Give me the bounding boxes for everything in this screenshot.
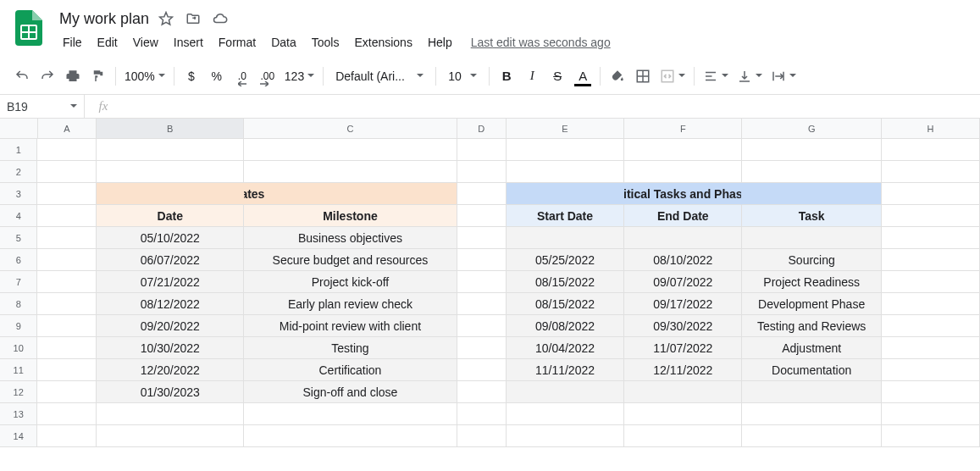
cell[interactable]: [37, 227, 97, 249]
menu-help[interactable]: Help: [421, 32, 459, 53]
cell[interactable]: Documentation: [742, 359, 881, 381]
cell[interactable]: [457, 425, 507, 447]
cell[interactable]: 08/10/2022: [624, 249, 742, 271]
cell[interactable]: [97, 425, 244, 447]
cell[interactable]: 09/17/2022: [624, 293, 742, 315]
cell[interactable]: [507, 381, 624, 403]
cell[interactable]: [882, 227, 980, 249]
decrease-decimal-button[interactable]: .0: [230, 64, 254, 88]
menu-insert[interactable]: Insert: [167, 32, 210, 53]
cell[interactable]: [457, 227, 507, 249]
cell[interactable]: Mid-point review with client: [244, 315, 457, 337]
cell[interactable]: 11/07/2022: [624, 337, 742, 359]
col-header-D[interactable]: D: [457, 119, 507, 138]
cell[interactable]: [244, 161, 457, 183]
cell[interactable]: 11/11/2022: [507, 359, 624, 381]
vertical-align-dropdown[interactable]: [734, 64, 766, 88]
cell[interactable]: [624, 425, 742, 447]
cell[interactable]: [742, 161, 881, 183]
font-size-dropdown[interactable]: 10: [441, 64, 484, 88]
cell[interactable]: [742, 425, 881, 447]
cell[interactable]: [624, 227, 742, 249]
cell[interactable]: [882, 249, 980, 271]
cell[interactable]: 06/07/2022: [97, 249, 244, 271]
cell[interactable]: Business objectives: [244, 227, 457, 249]
cell[interactable]: [37, 337, 97, 359]
cell[interactable]: [97, 183, 244, 205]
cell[interactable]: [624, 139, 742, 161]
cell[interactable]: Project Readiness: [742, 271, 881, 293]
cell[interactable]: [742, 381, 881, 403]
cell[interactable]: [37, 403, 97, 425]
cell[interactable]: 08/15/2022: [507, 293, 624, 315]
cell[interactable]: [457, 381, 507, 403]
cell[interactable]: 09/07/2022: [624, 271, 742, 293]
cell[interactable]: [457, 271, 507, 293]
cell[interactable]: [457, 183, 507, 205]
col-header-G[interactable]: G: [742, 119, 881, 138]
cell[interactable]: 09/20/2022: [97, 315, 244, 337]
document-title[interactable]: My work plan: [56, 10, 149, 28]
cell[interactable]: [37, 293, 97, 315]
cell[interactable]: [624, 161, 742, 183]
cell[interactable]: Certification: [244, 359, 457, 381]
cell[interactable]: [244, 403, 457, 425]
increase-decimal-button[interactable]: .00: [256, 64, 280, 88]
cell[interactable]: Secure budget and resources: [244, 249, 457, 271]
menu-format[interactable]: Format: [212, 32, 263, 53]
cell[interactable]: [507, 425, 624, 447]
cell[interactable]: [37, 139, 97, 161]
cell[interactable]: 12/20/2022: [97, 359, 244, 381]
cell[interactable]: [882, 381, 980, 403]
col-header-A[interactable]: A: [38, 119, 97, 138]
cell[interactable]: [457, 161, 507, 183]
row-header[interactable]: 5: [0, 227, 37, 249]
section2-title[interactable]: Critical Tasks and Phases: [624, 183, 742, 205]
format-percent-button[interactable]: %: [205, 64, 229, 88]
cell[interactable]: [457, 205, 507, 227]
cell[interactable]: 09/30/2022: [624, 315, 742, 337]
cell[interactable]: [457, 249, 507, 271]
cell[interactable]: [244, 139, 457, 161]
sheets-logo[interactable]: [10, 7, 47, 58]
cell[interactable]: Project kick-off: [244, 271, 457, 293]
section1-title[interactable]: Important Project Dates: [244, 183, 457, 205]
row-header[interactable]: 2: [0, 161, 37, 183]
cell[interactable]: [882, 161, 980, 183]
redo-button[interactable]: [36, 64, 59, 88]
cell[interactable]: [507, 403, 624, 425]
cell[interactable]: [882, 425, 980, 447]
paint-format-button[interactable]: [86, 64, 110, 88]
name-box[interactable]: B19: [0, 95, 85, 118]
star-icon[interactable]: [156, 8, 176, 29]
cell[interactable]: [882, 183, 980, 205]
menu-view[interactable]: View: [126, 32, 165, 53]
cell[interactable]: [742, 183, 881, 205]
text-wrap-dropdown[interactable]: [767, 64, 800, 88]
cell[interactable]: [882, 293, 980, 315]
cell[interactable]: [742, 403, 881, 425]
cell[interactable]: [742, 139, 881, 161]
row-header[interactable]: 8: [0, 293, 37, 315]
cell[interactable]: Development Phase: [742, 293, 881, 315]
cell[interactable]: 07/21/2022: [97, 271, 244, 293]
merge-cells-dropdown[interactable]: [656, 64, 689, 88]
col-task-header[interactable]: Task: [742, 205, 881, 227]
col-milestone-header[interactable]: Milestone: [244, 205, 457, 227]
row-header[interactable]: 9: [0, 315, 37, 337]
cell[interactable]: 05/25/2022: [507, 249, 624, 271]
cloud-status-icon[interactable]: [210, 8, 230, 29]
zoom-dropdown[interactable]: 100%: [121, 64, 169, 88]
col-end-header[interactable]: End Date: [624, 205, 742, 227]
cell[interactable]: [97, 161, 244, 183]
cell[interactable]: [457, 139, 507, 161]
row-header[interactable]: 13: [0, 403, 37, 425]
col-header-E[interactable]: E: [507, 119, 624, 138]
cell[interactable]: [37, 315, 97, 337]
cell[interactable]: Sourcing: [742, 249, 881, 271]
cell[interactable]: [457, 293, 507, 315]
row-header[interactable]: 10: [0, 337, 37, 359]
cell[interactable]: [457, 315, 507, 337]
cell[interactable]: [37, 249, 97, 271]
cell[interactable]: [507, 139, 624, 161]
